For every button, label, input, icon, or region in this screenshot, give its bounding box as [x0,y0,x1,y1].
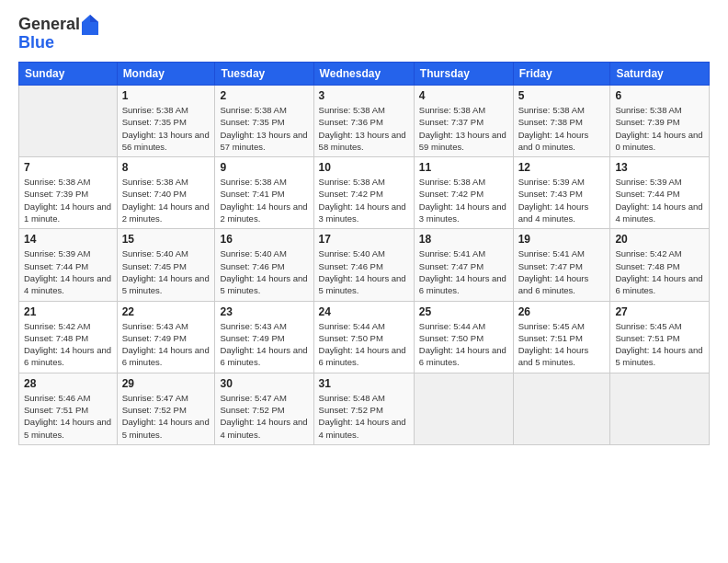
sunrise-text: Sunrise: 5:40 AM [319,248,385,259]
daylight-text: Daylight: 14 hours and 5 minutes. [122,273,210,295]
day-header-friday: Friday [513,63,610,86]
daylight-text: Daylight: 14 hours and 2 minutes. [220,201,307,224]
calendar-cell: 25 Sunrise: 5:44 AM Sunset: 7:50 PM Dayl… [414,301,513,373]
sunset-text: Sunset: 7:44 PM [24,261,88,271]
day-info: Sunrise: 5:46 AM Sunset: 7:51 PM Dayligh… [24,392,112,441]
daylight-text: Daylight: 14 hours and 4 minutes. [24,273,111,295]
sunset-text: Sunset: 7:51 PM [615,333,679,343]
day-info: Sunrise: 5:45 AM Sunset: 7:51 PM Dayligh… [518,320,606,369]
sunrise-text: Sunrise: 5:43 AM [122,321,188,331]
day-number: 20 [615,233,704,246]
daylight-text: Daylight: 14 hours and 4 minutes. [319,417,406,439]
daylight-text: Daylight: 14 hours and 6 minutes. [319,345,406,367]
sunrise-text: Sunrise: 5:39 AM [615,177,681,187]
day-number: 12 [518,161,606,174]
day-header-thursday: Thursday [414,63,513,86]
day-number: 11 [419,161,508,174]
calendar-cell: 20 Sunrise: 5:42 AM Sunset: 7:48 PM Dayl… [610,229,710,301]
day-number: 3 [319,89,409,102]
sunset-text: Sunset: 7:42 PM [419,189,483,199]
sunrise-text: Sunrise: 5:44 AM [319,321,385,331]
calendar-cell: 21 Sunrise: 5:42 AM Sunset: 7:48 PM Dayl… [19,301,118,373]
calendar-cell: 30 Sunrise: 5:47 AM Sunset: 7:52 PM Dayl… [215,373,313,444]
calendar-cell [610,373,710,444]
sunset-text: Sunset: 7:35 PM [220,117,284,127]
calendar-cell: 31 Sunrise: 5:48 AM Sunset: 7:52 PM Dayl… [313,373,414,444]
daylight-text: Daylight: 14 hours and 6 minutes. [419,273,506,295]
day-number: 22 [122,305,210,318]
sunset-text: Sunset: 7:47 PM [419,261,483,271]
sunset-text: Sunset: 7:38 PM [518,117,583,127]
sunset-text: Sunset: 7:44 PM [615,189,679,199]
calendar-cell: 28 Sunrise: 5:46 AM Sunset: 7:51 PM Dayl… [19,373,118,444]
sunrise-text: Sunrise: 5:38 AM [419,177,485,187]
sunset-text: Sunset: 7:52 PM [122,405,187,415]
day-info: Sunrise: 5:38 AM Sunset: 7:38 PM Dayligh… [518,104,606,153]
calendar-cell: 26 Sunrise: 5:45 AM Sunset: 7:51 PM Dayl… [513,301,610,373]
sunrise-text: Sunrise: 5:44 AM [419,321,485,331]
sunset-text: Sunset: 7:48 PM [615,261,679,271]
day-header-wednesday: Wednesday [313,63,414,86]
sunset-text: Sunset: 7:47 PM [518,261,583,271]
daylight-text: Daylight: 14 hours and 5 minutes. [220,273,307,295]
sunset-text: Sunset: 7:39 PM [615,117,679,127]
daylight-text: Daylight: 14 hours and 6 minutes. [419,345,506,367]
daylight-text: Daylight: 13 hours and 57 minutes. [220,130,307,152]
page: General Blue SundayMondayTuesdayWednesda… [0,0,728,563]
day-number: 23 [220,305,308,318]
sunrise-text: Sunrise: 5:47 AM [220,393,286,403]
sunset-text: Sunset: 7:49 PM [122,333,187,343]
day-info: Sunrise: 5:38 AM Sunset: 7:41 PM Dayligh… [220,176,308,224]
day-number: 10 [319,161,409,174]
sunrise-text: Sunrise: 5:41 AM [518,248,585,259]
day-number: 30 [220,377,308,390]
sunrise-text: Sunrise: 5:46 AM [24,393,90,403]
day-info: Sunrise: 5:39 AM Sunset: 7:43 PM Dayligh… [518,176,606,224]
day-number: 6 [615,89,704,102]
day-number: 14 [24,233,112,246]
sunrise-text: Sunrise: 5:42 AM [24,321,90,331]
calendar-cell: 19 Sunrise: 5:41 AM Sunset: 7:47 PM Dayl… [513,229,610,301]
day-number: 25 [419,305,508,318]
day-info: Sunrise: 5:40 AM Sunset: 7:46 PM Dayligh… [220,247,308,296]
calendar-cell [19,86,118,157]
calendar-cell: 15 Sunrise: 5:40 AM Sunset: 7:45 PM Dayl… [117,229,215,301]
sunset-text: Sunset: 7:37 PM [419,117,483,127]
calendar-week-row: 14 Sunrise: 5:39 AM Sunset: 7:44 PM Dayl… [19,229,710,301]
daylight-text: Daylight: 14 hours and 2 minutes. [122,201,210,224]
sunset-text: Sunset: 7:45 PM [122,261,187,271]
sunrise-text: Sunrise: 5:38 AM [319,105,385,115]
daylight-text: Daylight: 14 hours and 5 minutes. [319,273,406,295]
sunset-text: Sunset: 7:49 PM [220,333,284,343]
sunset-text: Sunset: 7:46 PM [319,261,383,271]
calendar-week-row: 21 Sunrise: 5:42 AM Sunset: 7:48 PM Dayl… [19,301,710,373]
daylight-text: Daylight: 14 hours and 6 minutes. [122,345,210,367]
day-number: 15 [122,233,210,246]
sunset-text: Sunset: 7:36 PM [319,117,383,127]
day-info: Sunrise: 5:38 AM Sunset: 7:35 PM Dayligh… [220,104,308,153]
day-header-monday: Monday [117,63,215,86]
day-info: Sunrise: 5:48 AM Sunset: 7:52 PM Dayligh… [319,392,409,441]
day-header-sunday: Sunday [19,63,118,86]
daylight-text: Daylight: 14 hours and 4 minutes. [518,201,589,224]
day-number: 17 [319,233,409,246]
day-info: Sunrise: 5:41 AM Sunset: 7:47 PM Dayligh… [419,247,508,296]
day-header-tuesday: Tuesday [215,63,313,86]
sunset-text: Sunset: 7:52 PM [220,405,284,415]
day-info: Sunrise: 5:39 AM Sunset: 7:44 PM Dayligh… [615,176,704,224]
daylight-text: Daylight: 14 hours and 5 minutes. [518,345,589,367]
sunrise-text: Sunrise: 5:48 AM [319,393,385,403]
logo-icon [82,15,98,35]
day-info: Sunrise: 5:38 AM Sunset: 7:42 PM Dayligh… [319,176,409,224]
sunrise-text: Sunrise: 5:45 AM [615,321,681,331]
calendar-cell: 6 Sunrise: 5:38 AM Sunset: 7:39 PM Dayli… [610,86,710,157]
calendar-week-row: 28 Sunrise: 5:46 AM Sunset: 7:51 PM Dayl… [19,373,710,444]
calendar: SundayMondayTuesdayWednesdayThursdayFrid… [18,62,710,445]
daylight-text: Daylight: 14 hours and 4 minutes. [220,417,307,439]
daylight-text: Daylight: 14 hours and 0 minutes. [615,130,702,152]
calendar-cell: 24 Sunrise: 5:44 AM Sunset: 7:50 PM Dayl… [313,301,414,373]
calendar-cell [414,373,513,444]
daylight-text: Daylight: 14 hours and 5 minutes. [615,345,702,367]
day-number: 7 [24,161,112,174]
sunrise-text: Sunrise: 5:39 AM [24,248,90,259]
